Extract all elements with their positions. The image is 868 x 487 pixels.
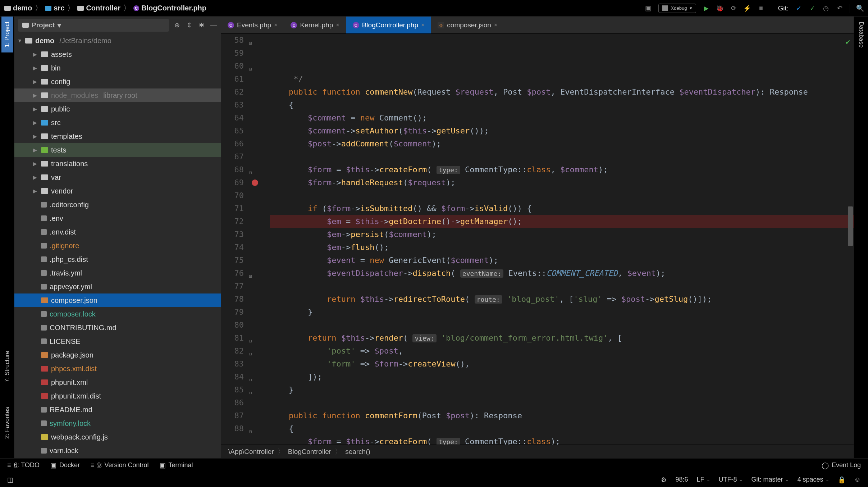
close-icon[interactable]: × (421, 22, 424, 28)
project-tree[interactable]: ▼demo/JetBrains/demo▶assets▶bin▶config▶n… (14, 34, 221, 458)
status-windows-icon[interactable]: ◫ (7, 476, 13, 484)
fold-icon[interactable]: ⊟ (249, 386, 252, 399)
tree-item[interactable]: .env.dist (14, 225, 221, 239)
code-content[interactable]: ✔ */ public function commentNew(Request … (266, 34, 854, 445)
fold-icon[interactable]: ⊟ (249, 63, 252, 76)
tool-tab[interactable]: 7: Structure (1, 346, 13, 387)
tree-item[interactable]: webpack.config.js (14, 430, 221, 444)
tree-item[interactable]: ▶templates (14, 129, 221, 143)
project-view-dropdown[interactable]: Project ▾ (18, 19, 169, 32)
fold-icon[interactable]: ⊟ (249, 37, 252, 50)
tree-item[interactable]: LICENSE (14, 334, 221, 348)
collapse-icon[interactable]: ⇕ (186, 22, 193, 29)
run-icon[interactable]: ▶ (703, 5, 710, 12)
fold-icon[interactable]: ⊟ (249, 373, 252, 386)
editor-crumb[interactable]: search() (345, 448, 370, 456)
tree-item[interactable]: symfony.lock (14, 417, 221, 430)
status-lock-icon[interactable]: 🔒 (838, 476, 846, 484)
locate-icon[interactable]: ⊕ (173, 22, 181, 29)
bottom-tool-tab[interactable]: ▣ Terminal (160, 461, 193, 469)
tree-item-label: .env (50, 214, 63, 223)
tree-item[interactable]: CONTRIBUTING.md (14, 321, 221, 334)
tree-item[interactable]: .editorconfig (14, 198, 221, 211)
tool-tab[interactable]: 1: Project (1, 17, 13, 53)
search-icon[interactable]: 🔍 (856, 5, 864, 12)
tree-item[interactable]: .travis.yml (14, 266, 221, 280)
bottom-tool-tab[interactable]: ▣ Docker (50, 461, 80, 469)
status-encoding[interactable]: UTF-8 ⌄ (719, 476, 743, 483)
bottom-tool-tab[interactable]: ≡ 6: TODO (7, 461, 40, 469)
close-icon[interactable]: × (494, 22, 497, 28)
build-icon[interactable]: ▣ (645, 5, 652, 12)
breadcrumb-item[interactable]: src (45, 4, 64, 12)
coverage-icon[interactable]: ⟳ (730, 5, 737, 12)
tree-item[interactable]: ▶translations (14, 157, 221, 170)
status-indent[interactable]: 4 spaces ⌄ (798, 476, 829, 483)
git-commit-icon[interactable]: ✓ (809, 5, 816, 12)
status-line-ending[interactable]: LF ⌄ (697, 476, 710, 483)
gutter-marks[interactable]: ⊟⊟⊟⊟⊟⊟⊟⊟⊟ (248, 34, 266, 445)
git-history-icon[interactable]: ◷ (822, 5, 830, 12)
tree-item-label: src (51, 119, 61, 127)
scrollbar-thumb[interactable] (848, 206, 853, 246)
tree-item[interactable]: .gitignore (14, 239, 221, 252)
tree-item[interactable]: ▶vendor (14, 184, 221, 198)
tool-tab-database[interactable]: Database (855, 17, 867, 53)
status-git-branch[interactable]: Git: master ⌄ (751, 476, 789, 483)
tree-item[interactable]: ▶assets (14, 47, 221, 61)
status-inspector-icon[interactable]: ☺ (854, 476, 861, 483)
profile-icon[interactable]: ⚡ (744, 5, 751, 12)
settings-icon[interactable]: ✱ (198, 22, 205, 29)
inspection-ok-icon[interactable]: ✔ (846, 35, 850, 48)
git-revert-icon[interactable]: ↶ (836, 5, 843, 12)
breakpoint-icon[interactable] (252, 179, 258, 186)
tree-item[interactable]: composer.lock (14, 307, 221, 321)
editor-crumb[interactable]: \App\Controller (228, 448, 274, 456)
fold-icon[interactable]: ⊟ (249, 270, 252, 283)
status-processes-icon[interactable]: ⚙ (661, 476, 667, 484)
tree-item[interactable]: appveyor.yml (14, 280, 221, 293)
hide-icon[interactable]: — (210, 22, 217, 29)
editor-tab[interactable]: CKernel.php× (284, 17, 346, 33)
tree-item[interactable]: ▶tests (14, 143, 221, 157)
tree-item[interactable]: composer.json (14, 293, 221, 307)
tool-tab[interactable]: 2: Favorites (1, 402, 13, 444)
run-config-dropdown[interactable]: Xdebug ▾ (658, 4, 696, 13)
debug-icon[interactable]: 🐞 (716, 5, 723, 12)
tree-item[interactable]: package.json (14, 348, 221, 362)
tree-item[interactable]: phpunit.xml.dist (14, 389, 221, 403)
breadcrumb-item[interactable]: Controller (77, 4, 120, 12)
tree-item[interactable]: ▶node_moduleslibrary root (14, 88, 221, 102)
fold-icon[interactable]: ⊟ (249, 425, 252, 438)
bottom-tool-tab[interactable]: ≡ 9: Version Control (91, 461, 149, 469)
editor-tab[interactable]: CBlogController.php× (346, 17, 431, 33)
close-icon[interactable]: × (336, 22, 339, 28)
fold-icon[interactable]: ⊟ (249, 347, 252, 360)
editor-tab[interactable]: {}composer.json× (431, 17, 504, 33)
tree-item[interactable]: ▶src (14, 116, 221, 129)
tree-item[interactable]: phpcs.xml.dist (14, 362, 221, 376)
tree-root[interactable]: ▼demo/JetBrains/demo (14, 34, 221, 47)
stop-icon[interactable]: ■ (757, 5, 764, 12)
status-caret-pos[interactable]: 98:6 (675, 476, 688, 483)
tree-item[interactable]: ▶config (14, 75, 221, 88)
breadcrumb-item[interactable]: CBlogController.php (133, 4, 206, 12)
git-update-icon[interactable]: ✓ (795, 5, 802, 12)
tree-item[interactable]: phpunit.xml (14, 376, 221, 389)
tree-item[interactable]: README.md (14, 403, 221, 417)
fold-icon[interactable]: ⊟ (249, 166, 252, 179)
tree-item[interactable]: .php_cs.dist (14, 252, 221, 266)
event-log-button[interactable]: ◯ Event Log (822, 461, 861, 469)
code-editor[interactable]: 5859606162636465666768697071727374757677… (221, 34, 854, 445)
tree-item[interactable]: ▶bin (14, 61, 221, 75)
tree-item[interactable]: ▶public (14, 102, 221, 116)
editor-crumb[interactable]: BlogController (288, 448, 331, 456)
tree-item[interactable]: varn.lock (14, 444, 221, 458)
editor-tab[interactable]: CEvents.php× (221, 17, 284, 33)
close-icon[interactable]: × (274, 22, 277, 28)
breadcrumb-item[interactable]: demo (4, 4, 32, 12)
fold-icon[interactable]: ⊟ (249, 334, 252, 347)
tree-item[interactable]: ▶var (14, 170, 221, 184)
editor-breadcrumbs[interactable]: \App\Controller〉BlogController〉search() (221, 445, 854, 458)
tree-item[interactable]: .env (14, 211, 221, 225)
